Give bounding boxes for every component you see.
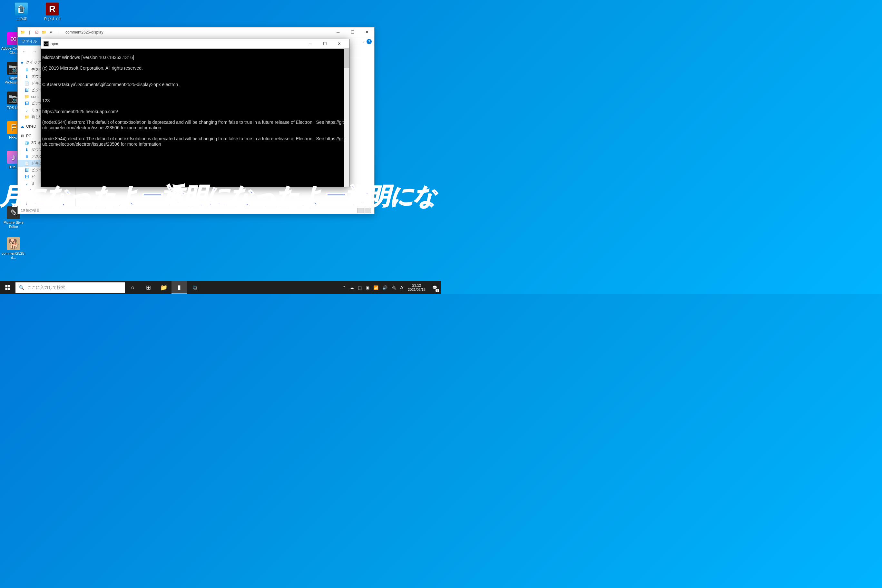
desktop-icon-comment2525[interactable]: 🐕 comment2525-d... xyxy=(1,237,26,260)
tray-power-icon[interactable]: 🔌 xyxy=(389,281,399,294)
scrollbar-thumb[interactable] xyxy=(344,49,349,68)
video-icon: 🎞 xyxy=(24,174,29,180)
qat-dropdown-icon[interactable]: ▾ xyxy=(48,29,54,35)
terminal-titlebar[interactable]: C:\ npm ─ ☐ ✕ xyxy=(41,39,349,49)
taskbar-vscode[interactable]: ⧉ xyxy=(187,281,202,294)
search-icon: 🔍 xyxy=(19,285,24,290)
ribbon-tab-file[interactable]: ファイル xyxy=(18,38,41,45)
terminal-output[interactable]: Microsoft Windows [Version 10.0.18363.13… xyxy=(41,49,349,187)
terminal-maximize-button[interactable]: ☐ xyxy=(318,39,332,48)
music-icon: ♪ xyxy=(24,108,29,113)
overlay-comment-text: 月になったよー透明になったよー透明にな xyxy=(0,180,441,212)
taskbar-explorer[interactable]: 📁 xyxy=(156,281,171,294)
folder-icon: 📁 xyxy=(24,94,29,99)
terminal-close-button[interactable]: ✕ xyxy=(332,39,346,48)
terminal-minimize-button[interactable]: ─ xyxy=(303,39,318,48)
terminal-window: C:\ npm ─ ☐ ✕ Microsoft Windows [Version… xyxy=(40,39,350,187)
start-button[interactable] xyxy=(0,281,15,294)
taskbar: 🔍 ここに入力して検索 ○ ⊞ 📁 ▮ ⧉ ⌃ ☁ ⬚ ▣ 📶 🔊 🔌 A 23… xyxy=(0,281,441,294)
desktop-icon: 🖥 xyxy=(24,154,29,159)
close-button[interactable]: ✕ xyxy=(360,27,374,37)
maximize-button[interactable]: ☐ xyxy=(345,27,360,37)
3d-icon: 🧊 xyxy=(24,141,29,146)
qat-checkbox-icon[interactable]: ☑ xyxy=(34,29,40,35)
document-icon: 📄 xyxy=(24,161,29,166)
qat-separator2: | xyxy=(55,29,61,35)
pc-icon: 🖥 xyxy=(20,134,24,138)
clock-time: 23:12 xyxy=(408,284,426,288)
pictures-icon: 🖼 xyxy=(24,168,29,173)
folder-icon: 📁 xyxy=(24,114,29,120)
svg-rect-2 xyxy=(6,288,8,290)
desktop-icon-recycle-bin[interactable]: 🗑 ごみ箱 xyxy=(9,3,33,21)
star-icon: ★ xyxy=(20,60,24,65)
qat-folder-icon[interactable]: 📁 xyxy=(41,29,47,35)
cmd-icon: C:\ xyxy=(44,41,49,46)
nav-back-button[interactable]: ← xyxy=(20,48,28,56)
window-title: comment2525-display xyxy=(63,30,103,34)
r-app-icon: R xyxy=(46,3,58,15)
tray-onedrive-icon[interactable]: ☁ xyxy=(348,281,356,294)
video-icon: 🎞 xyxy=(24,101,29,106)
help-icon[interactable]: ? xyxy=(366,39,372,44)
desktop-icon-r-task[interactable]: R R-たすくⅡ xyxy=(40,3,64,21)
tray-volume-icon[interactable]: 🔊 xyxy=(380,281,389,294)
tray-nvidia-icon[interactable]: ▣ xyxy=(364,281,371,294)
tray-wifi-icon[interactable]: 📶 xyxy=(371,281,380,294)
shortcut-icon: 🐕 xyxy=(7,237,20,250)
ribbon-collapse-icon[interactable]: ⌄ xyxy=(362,39,365,44)
tray-ime-button[interactable]: A xyxy=(399,281,405,294)
cortana-button[interactable]: ○ xyxy=(125,281,141,294)
task-view-button[interactable]: ⊞ xyxy=(141,281,156,294)
tray-dropbox-icon[interactable]: ⬚ xyxy=(356,281,364,294)
onedrive-icon: ☁ xyxy=(20,124,24,129)
desktop-icon: 🖥 xyxy=(24,68,29,72)
terminal-title: npm xyxy=(51,42,58,46)
folder-icon: 📁 xyxy=(20,29,26,35)
svg-rect-3 xyxy=(8,288,10,290)
tray-overflow-button[interactable]: ⌃ xyxy=(340,281,348,294)
nav-forward-button[interactable]: → xyxy=(31,48,38,56)
terminal-scrollbar[interactable] xyxy=(344,49,349,187)
pictures-icon: 🖼 xyxy=(24,88,29,93)
taskbar-search-box[interactable]: 🔍 ここに入力して検索 xyxy=(15,282,125,293)
clock-date: 2021/02/18 xyxy=(408,288,426,292)
taskbar-terminal[interactable]: ▮ xyxy=(171,281,187,294)
svg-rect-1 xyxy=(8,285,10,288)
download-icon: ⬇ xyxy=(24,147,29,153)
windows-logo-icon xyxy=(5,285,10,291)
notification-badge: 1 xyxy=(435,289,439,292)
qat-separator: | xyxy=(27,29,33,35)
search-placeholder: ここに入力して検索 xyxy=(27,285,65,291)
recycle-bin-icon: 🗑 xyxy=(15,3,28,15)
tray-clock[interactable]: 23:12 2021/02/18 xyxy=(405,284,428,292)
svg-rect-0 xyxy=(6,285,8,288)
document-icon: 📄 xyxy=(24,81,29,86)
notification-button[interactable]: 💬 1 xyxy=(428,281,441,294)
system-tray: ⌃ ☁ ⬚ ▣ 📶 🔊 🔌 A 23:12 2021/02/18 💬 1 xyxy=(340,281,441,294)
minimize-button[interactable]: ─ xyxy=(331,27,345,37)
explorer-titlebar[interactable]: 📁 | ☑ 📁 ▾ | comment2525-display ─ ☐ ✕ xyxy=(18,27,374,37)
download-icon: ⬇ xyxy=(24,74,29,79)
